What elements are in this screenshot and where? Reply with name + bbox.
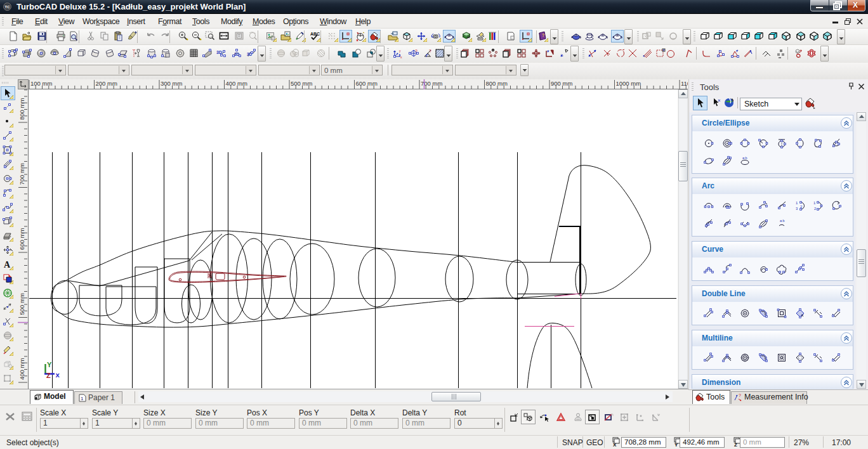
svg-text:400 mm: 400 mm [18, 358, 25, 380]
svg-text:?: ? [739, 393, 741, 398]
svg-text:?: ? [542, 33, 544, 37]
svg-text:800 mm: 800 mm [18, 98, 25, 120]
svg-text:110: 110 [681, 80, 688, 87]
svg-text:2: 2 [800, 205, 803, 209]
svg-text:800 mm: 800 mm [486, 80, 508, 87]
svg-text:ABC: ABC [310, 32, 320, 36]
svg-text:y: y [399, 49, 401, 53]
svg-text:Z: Z [734, 442, 737, 447]
svg-text:1: 1 [81, 396, 84, 401]
svg-text:x: x [56, 371, 60, 379]
svg-text:Z: Z [46, 372, 51, 379]
svg-text:a:b: a:b [780, 219, 785, 223]
svg-text:2: 2 [814, 207, 817, 211]
svg-text:X: X [613, 442, 617, 447]
svg-text:3D: 3D [216, 50, 222, 55]
svg-text:1: 1 [796, 201, 798, 205]
svg-text:700 mm: 700 mm [18, 163, 25, 185]
svg-text:200 mm: 200 mm [96, 80, 117, 87]
svg-text:Y: Y [47, 361, 52, 368]
svg-text:Y: Y [674, 442, 678, 447]
svg-text:?: ? [429, 49, 431, 53]
svg-text:600 mm: 600 mm [18, 228, 25, 250]
svg-text:3: 3 [796, 207, 798, 211]
svg-text:500 mm: 500 mm [18, 293, 25, 315]
svg-text:1: 1 [813, 201, 816, 205]
svg-text:a:b: a:b [742, 156, 747, 160]
svg-text:600 mm: 600 mm [356, 80, 378, 87]
svg-text:x: x [400, 55, 402, 58]
svg-text:1000 mm: 1000 mm [616, 80, 641, 87]
svg-text:400 mm: 400 mm [226, 80, 247, 87]
